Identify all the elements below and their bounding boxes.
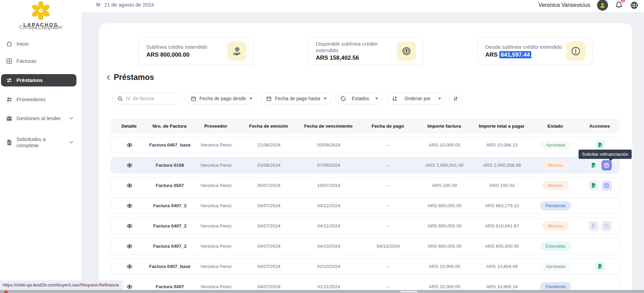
card-title: Disponible sublínea crédito extendido xyxy=(316,41,395,54)
total-amount: ARS 610,041.67 xyxy=(473,223,531,228)
eye-detail-icon[interactable] xyxy=(126,223,133,229)
document-check-button[interactable] xyxy=(588,160,599,171)
content-panel: Sublínea crédito extendido ARS 800,000.0… xyxy=(99,23,632,293)
calendar-icon xyxy=(191,96,196,102)
invoice-amount: ARS 10,000.00 xyxy=(416,284,473,289)
lapachos-flower-icon xyxy=(30,1,51,20)
filter-states[interactable]: Estados xyxy=(335,93,383,104)
table-row: Factura 0407_base Veronica Perez 21/08/2… xyxy=(111,137,620,153)
summary-cards: Sublínea crédito extendido ARS 800,000.0… xyxy=(138,37,593,65)
scrollbar-thumb[interactable] xyxy=(400,291,417,293)
invoice-amount: ARS 2,000,001.00 xyxy=(416,163,473,168)
red-indicator-dot xyxy=(4,291,8,293)
due-date: 04/10/2024 xyxy=(297,244,360,249)
search-icon xyxy=(117,96,123,102)
document-check-button[interactable] xyxy=(595,261,605,272)
invoice-amount: ARS 600,000.00 xyxy=(416,203,473,208)
sort-direction-button[interactable] xyxy=(450,93,461,104)
page-title-row: Préstamos xyxy=(106,73,154,82)
briefcase-icon xyxy=(6,115,13,122)
invoice-amount: ARS 600,000.00 xyxy=(416,244,473,249)
sidebar-item-label: Gestiones al lender xyxy=(16,115,61,121)
eye-detail-icon[interactable] xyxy=(126,162,133,168)
total-amount: ARS 605,000.00 xyxy=(473,244,531,249)
search-input[interactable] xyxy=(126,96,174,101)
provider: Veronica Perez xyxy=(192,203,240,208)
avatar[interactable] xyxy=(597,0,608,11)
provider: Veronica Perez xyxy=(192,163,240,168)
sidebar-item-inicio[interactable]: Inicio xyxy=(0,38,82,50)
topbar-right: Veronica Vansevicius 1 xyxy=(538,0,639,10)
page-title: Préstamos xyxy=(114,73,154,82)
total-amount: ARS 2,000,556.56 xyxy=(473,163,531,168)
col-header: Detalle xyxy=(111,124,147,129)
table-row: Factura 0407_2 Veronica Perez 04/07/2024… xyxy=(111,198,620,214)
status-badge: Aprobada xyxy=(540,140,571,150)
eye-detail-icon[interactable] xyxy=(126,203,133,209)
invoice-number: Factura 0407_2 xyxy=(148,203,192,208)
chevron-left-icon[interactable] xyxy=(106,74,111,81)
horizontal-scrollbar[interactable] xyxy=(0,290,644,293)
invoice-number: Factura 0407_base xyxy=(148,142,192,148)
status-badge: Extendido xyxy=(540,242,571,251)
issue-date: 04/07/2024 xyxy=(240,203,297,208)
sidebar-item-gestiones[interactable]: Gestiones al lender xyxy=(0,112,82,125)
sidebar-item-proveedores[interactable]: Proveedores xyxy=(0,93,82,106)
table-row: Factura 0407_base Veronica Perez 04/07/2… xyxy=(111,258,620,274)
sidebar-item-solicitudes[interactable]: Solicitudes a completar xyxy=(0,133,82,152)
col-header: Acciones xyxy=(580,124,620,129)
filter-date-from[interactable]: Fecha de pago desde xyxy=(185,93,257,104)
sidebar-item-label: Proveedores xyxy=(16,96,46,103)
eye-detail-icon[interactable] xyxy=(126,243,133,249)
payment-date: -- xyxy=(360,203,416,208)
sidebar-item-prestamos[interactable]: Préstamos xyxy=(1,74,76,86)
card-title: Deuda sublínea crédito extendido xyxy=(485,44,562,50)
card-debt-subline: Deuda sublínea crédito extendido ARS641,… xyxy=(477,37,593,65)
total-amount: ARS 10,086.13 xyxy=(473,142,531,148)
alert-octagon-icon xyxy=(566,42,585,61)
eye-detail-icon[interactable] xyxy=(126,142,133,148)
caret-down-icon xyxy=(375,98,378,99)
invoice-number: Factura 0407_2 xyxy=(148,223,192,228)
col-header: Proveedor xyxy=(192,124,240,129)
col-header: Fecha de emisión xyxy=(240,124,297,129)
invoice-number: Factura 0108 xyxy=(148,163,192,168)
status-badge: Aprobada xyxy=(540,262,571,271)
request-refinance-button[interactable] xyxy=(602,180,612,191)
table-row: Factura 0407_2 Veronica Perez 04/07/2024… xyxy=(111,238,620,254)
sidebar-item-label: Facturas xyxy=(16,58,36,64)
due-date: 04/11/2024 xyxy=(297,223,360,228)
invoice-number: Factura 0407_2 xyxy=(148,244,192,249)
filter-date-to[interactable]: Fecha de pago hasta xyxy=(261,93,332,104)
request-refinance-button[interactable] xyxy=(602,160,612,171)
invoice-amount: ARS 10,000.00 xyxy=(416,142,473,148)
eye-detail-icon[interactable] xyxy=(126,183,133,189)
document-check-button[interactable] xyxy=(595,140,605,150)
globe-icon[interactable] xyxy=(630,1,639,10)
issue-date: 21/08/2024 xyxy=(240,142,297,148)
total-amount: ARS 100.03 xyxy=(473,183,531,188)
breadcrumb: 21 de agosto de 2024 xyxy=(95,2,154,8)
eye-detail-icon[interactable] xyxy=(126,263,133,270)
filter-order-by[interactable]: Ordenar por xyxy=(387,93,446,104)
double-chevron-right-icon[interactable] xyxy=(95,2,101,8)
payment-date: -- xyxy=(360,284,416,289)
total-amount: ARS 663,279.10 xyxy=(473,203,531,208)
document-check-button[interactable] xyxy=(588,180,599,191)
eye-detail-icon[interactable] xyxy=(126,284,133,290)
home-icon xyxy=(6,40,13,47)
issue-date: 04/07/2024 xyxy=(240,284,297,289)
due-date: 10/07/2024 xyxy=(297,183,360,188)
users-icon xyxy=(6,96,13,103)
topbar: 21 de agosto de 2024 Veronica Vanseviciu… xyxy=(82,0,644,13)
sidebar-item-facturas[interactable]: Facturas xyxy=(0,55,82,67)
notifications-button[interactable]: 1 xyxy=(615,0,623,10)
card-title: Sublínea crédito extendido xyxy=(146,44,207,50)
filter-label: Estados xyxy=(352,96,369,101)
card-text: Deuda sublínea crédito extendido ARS641,… xyxy=(485,44,562,58)
card-text: Disponible sublínea crédito extendido AR… xyxy=(316,41,395,62)
invoice-search[interactable] xyxy=(112,93,182,104)
total-amount: ARS 10,865.14 xyxy=(473,284,531,289)
table-row: Factura 0407_2 Veronica Perez 04/07/2024… xyxy=(111,218,620,234)
coins-icon xyxy=(397,42,416,61)
